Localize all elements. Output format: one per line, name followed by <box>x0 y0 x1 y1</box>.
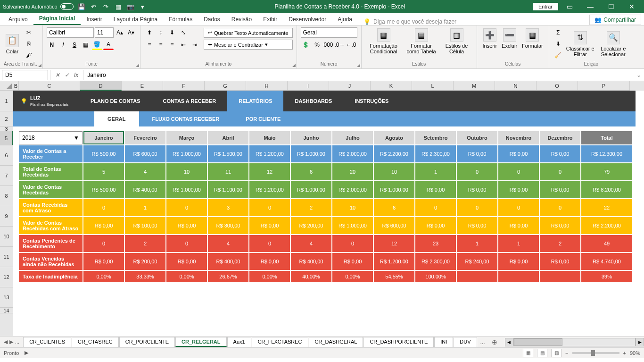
data-cell[interactable]: R$ 300,00 <box>208 217 248 234</box>
format-table-button[interactable]: ▤Formatar como Tabela <box>403 27 440 55</box>
data-cell[interactable]: R$ 0,00 <box>249 217 290 234</box>
data-cell[interactable]: R$ 4.740,00 <box>581 253 632 270</box>
data-cell[interactable]: 100,00% <box>415 271 456 282</box>
redo-icon[interactable]: ↷ <box>102 2 110 11</box>
page-layout-icon[interactable]: ▤ <box>537 349 547 357</box>
decrease-indent-icon[interactable]: ⇤ <box>178 40 189 50</box>
data-cell[interactable]: 5 <box>83 163 124 180</box>
clear-icon[interactable]: 🧹 <box>553 50 563 60</box>
nav-item[interactable]: INSTRUÇÕES <box>343 91 400 111</box>
data-cell[interactable]: 0,00% <box>332 271 373 282</box>
formula-input[interactable] <box>83 70 634 80</box>
data-cell[interactable]: 0 <box>332 235 373 252</box>
data-cell[interactable]: R$ 400,00 <box>291 253 331 270</box>
data-cell[interactable]: R$ 0,00 <box>166 253 207 270</box>
data-cell[interactable]: 10 <box>374 163 414 180</box>
data-cell[interactable]: 4 <box>125 163 165 180</box>
ribbon-options-icon[interactable]: ▭ <box>560 1 579 12</box>
conditional-format-button[interactable]: ▦Formatação Condicional <box>365 27 402 55</box>
data-cell[interactable]: R$ 1.000,00 <box>166 181 207 198</box>
row-header-6[interactable]: 6 <box>0 145 13 166</box>
data-cell[interactable]: 1 <box>125 199 165 216</box>
border-icon[interactable]: ▦ <box>81 40 91 50</box>
col-header-K[interactable]: K <box>371 81 412 91</box>
data-cell[interactable]: R$ 1.000,00 <box>291 145 331 162</box>
subnav-item[interactable]: GERAL <box>94 111 139 126</box>
col-header-G[interactable]: G <box>205 81 246 91</box>
row-header-9[interactable]: 9 <box>0 206 13 227</box>
cut-icon[interactable]: ✂ <box>24 27 34 38</box>
data-cell[interactable]: R$ 0,00 <box>332 253 373 270</box>
data-cell[interactable] <box>457 271 497 282</box>
normal-view-icon[interactable]: ▦ <box>523 349 533 357</box>
qat-icon-2[interactable]: 📷 <box>126 2 135 11</box>
format-cells-button[interactable]: ▦Formatar <box>520 27 545 50</box>
italic-button[interactable]: I <box>58 40 68 50</box>
row-header-10[interactable]: 10 <box>0 227 13 247</box>
data-cell[interactable]: R$ 2.200,00 <box>374 145 414 162</box>
paste-button[interactable]: 📋 Colar <box>4 33 21 55</box>
data-cell[interactable]: R$ 0,00 <box>83 253 124 270</box>
qat-customize-icon[interactable]: ▾ <box>139 2 147 11</box>
data-cell[interactable]: R$ 12.300,00 <box>581 145 632 162</box>
autosave-toggle[interactable]: Salvamento Automático <box>3 3 74 10</box>
sheet-tab[interactable]: INI <box>434 337 453 347</box>
data-cell[interactable]: 0,00% <box>83 271 124 282</box>
data-cell[interactable]: 0 <box>166 199 207 216</box>
data-cell[interactable]: 2 <box>125 235 165 252</box>
data-cell[interactable]: 79 <box>581 163 632 180</box>
data-cell[interactable]: R$ 0,00 <box>457 181 497 198</box>
qat-icon-1[interactable]: ▦ <box>114 2 123 11</box>
data-cell[interactable]: R$ 0,00 <box>498 253 539 270</box>
data-cell[interactable]: 1 <box>498 235 539 252</box>
sheet-tab[interactable]: CR_PORCLIENTE <box>119 337 175 347</box>
data-cell[interactable]: R$ 0,00 <box>540 181 580 198</box>
find-select-button[interactable]: 🔍Localizar e Selecionar <box>597 30 629 58</box>
sheet-tab[interactable]: DUV <box>454 337 477 347</box>
decrease-decimal-icon[interactable]: ←.0 <box>346 40 356 50</box>
data-cell[interactable]: 3 <box>208 199 248 216</box>
data-cell[interactable]: 2 <box>540 235 580 252</box>
data-cell[interactable]: 22 <box>581 199 632 216</box>
data-cell[interactable] <box>540 271 580 282</box>
expand-fbar-icon[interactable]: ⌄ <box>634 72 644 78</box>
tab-layout[interactable]: Layout da Página <box>108 14 163 25</box>
data-cell[interactable]: R$ 0,00 <box>249 253 290 270</box>
toggle-icon[interactable] <box>60 3 74 10</box>
increase-font-icon[interactable]: A▴ <box>115 27 125 38</box>
data-cell[interactable]: R$ 500,00 <box>83 145 124 162</box>
data-cell[interactable]: R$ 2.200,00 <box>581 217 632 234</box>
data-cell[interactable]: 0 <box>249 235 290 252</box>
col-header-B[interactable]: B <box>13 81 19 91</box>
data-cell[interactable]: 0 <box>249 199 290 216</box>
subnav-item[interactable]: POR CLIENTE <box>232 111 294 126</box>
tab-file[interactable]: Arquivo <box>3 14 33 25</box>
row-header-11[interactable]: 11 <box>0 247 13 267</box>
fill-color-icon[interactable]: 🪣 <box>92 40 102 50</box>
name-box[interactable] <box>2 70 48 80</box>
data-cell[interactable]: R$ 0,00 <box>540 145 580 162</box>
sheet-prev-icon[interactable]: ◀ <box>4 339 8 345</box>
col-header-E[interactable]: E <box>122 81 163 91</box>
currency-icon[interactable]: 💲 <box>301 40 311 50</box>
close-icon[interactable]: ✕ <box>622 1 641 12</box>
zoom-level[interactable]: 90% <box>630 350 640 356</box>
autosum-icon[interactable]: Σ <box>553 27 563 38</box>
font-size-select[interactable] <box>95 27 114 38</box>
col-header-D[interactable]: D <box>80 81 122 91</box>
align-center-icon[interactable]: ≡ <box>156 40 166 50</box>
data-cell[interactable]: R$ 400,00 <box>125 181 165 198</box>
data-cell[interactable]: R$ 0,00 <box>540 217 580 234</box>
data-cell[interactable]: R$ 0,00 <box>415 217 456 234</box>
sort-filter-button[interactable]: ⇅Classificar e Filtrar <box>564 30 596 58</box>
data-cell[interactable]: 0 <box>83 235 124 252</box>
data-cell[interactable]: R$ 0,00 <box>498 181 539 198</box>
row-header-14[interactable]: 14 <box>0 308 13 313</box>
data-cell[interactable]: 2 <box>291 199 331 216</box>
data-cell[interactable]: R$ 1.100,00 <box>208 181 248 198</box>
data-cell[interactable]: 10 <box>332 199 373 216</box>
share-button[interactable]: 👥 Compartilhar <box>589 15 641 25</box>
cancel-formula-icon[interactable]: ✕ <box>53 72 62 78</box>
delete-cells-button[interactable]: ➖Excluir <box>500 27 519 50</box>
horizontal-scrollbar[interactable]: ◀ ▶ <box>505 338 644 346</box>
